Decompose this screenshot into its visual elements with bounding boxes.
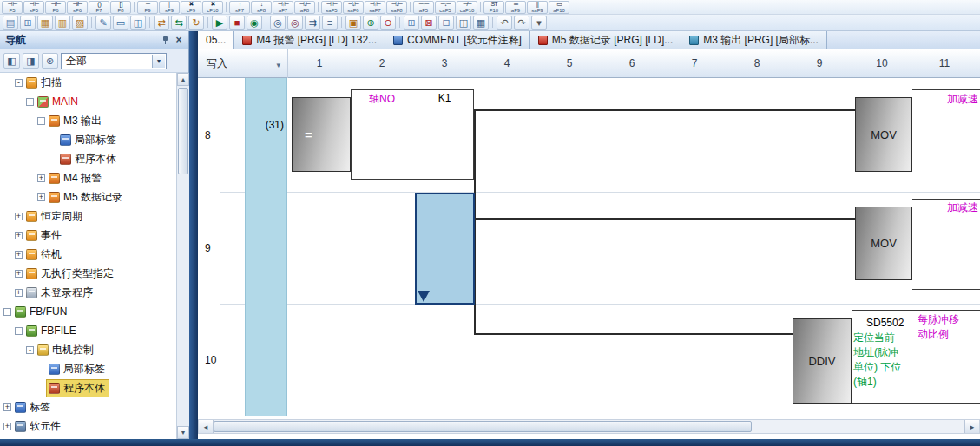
tree-expander[interactable]: +: [15, 213, 23, 220]
rising-pulse-button[interactable]: ↑sF7: [229, 1, 250, 14]
tree-item-5[interactable]: 程序本体: [0, 149, 176, 168]
tree-expander[interactable]: -: [3, 308, 11, 316]
parallel-rising-pulse-button[interactable]: ⊣↑⊢saF5: [321, 1, 342, 14]
delete-vertical-line-button[interactable]: ✖cF10: [202, 1, 223, 14]
mov-instruction-block-9[interactable]: MOV: [855, 207, 912, 280]
note-edit-icon[interactable]: ◫: [130, 16, 146, 30]
tree-expander[interactable]: +: [15, 270, 23, 278]
tree-item-1[interactable]: -扫描: [0, 73, 176, 92]
tab-2[interactable]: M4 报警 [PRG] [LD] 132...: [234, 31, 385, 49]
tree-item-11[interactable]: +无执行类型指定: [0, 264, 176, 283]
tree-item-10[interactable]: +待机: [0, 245, 176, 264]
parallel-open-contact-button[interactable]: ⊣ ⊢sF5: [23, 1, 44, 14]
tree-expander[interactable]: -: [15, 327, 23, 335]
tree-expander[interactable]: -: [15, 79, 23, 87]
tree-expander[interactable]: +: [37, 193, 45, 201]
ddiv-instruction-block[interactable]: DDIV: [793, 318, 852, 404]
cross-reference-icon[interactable]: ⇉: [305, 16, 320, 30]
tree-expander[interactable]: +: [15, 232, 23, 239]
tree-expander[interactable]: -: [37, 117, 45, 125]
pulse-conversion-button[interactable]: ─↑─aF5: [413, 1, 434, 14]
copy-icon[interactable]: ◫: [456, 16, 471, 30]
device-test-icon[interactable]: ▣: [345, 16, 361, 30]
delete-row-icon[interactable]: ⊠: [421, 16, 437, 30]
tree-item-18[interactable]: +标签: [0, 397, 176, 416]
convert-icon[interactable]: ⇄: [154, 16, 169, 30]
tree-item-3[interactable]: -M3 输出: [0, 111, 176, 130]
monitor-stop-icon[interactable]: ■: [229, 16, 245, 30]
tree-item-6[interactable]: +M4 报警: [0, 168, 176, 187]
scroll-up-icon[interactable]: [177, 73, 189, 86]
panel-splitter[interactable]: [189, 31, 198, 446]
parallel-closed-contact-button[interactable]: ⊣/⊢sF6: [67, 1, 88, 14]
tree-item-16[interactable]: 局部标签: [0, 359, 176, 378]
statement-edit-icon[interactable]: ▭: [113, 16, 128, 30]
closed-contact-button[interactable]: ⊣/⊢F6: [45, 1, 66, 14]
rising-pulse-close-button[interactable]: ⊣↑⊢saF7: [365, 1, 385, 14]
tree-item-7[interactable]: +M5 数据记录: [0, 187, 176, 207]
coil-button[interactable]: ( )F7: [89, 1, 109, 14]
tree-item-8[interactable]: +恒定周期: [0, 207, 176, 226]
tree-expander[interactable]: +: [3, 403, 11, 411]
chevron-down-icon[interactable]: [152, 55, 165, 68]
paste-icon[interactable]: ▦: [473, 16, 489, 30]
pin-icon[interactable]: [158, 34, 172, 47]
falling-pulse-close-button[interactable]: ⊣↓⊢saF8: [386, 1, 407, 14]
pulse-conversion-close-button[interactable]: ─↓─caF5: [435, 1, 456, 14]
tree-expander[interactable]: +: [15, 251, 23, 259]
tree-expander[interactable]: +: [37, 174, 45, 182]
tree-item-14[interactable]: -FBFILE: [0, 321, 176, 340]
ladder-block-list-icon[interactable]: ⊟: [438, 16, 454, 30]
selection-cursor-cell[interactable]: [415, 193, 475, 305]
toolbar-options-icon[interactable]: ▾: [531, 16, 547, 30]
monitor-write-mode-icon[interactable]: ◉: [247, 16, 262, 30]
edit-line-button[interactable]: ═aF9: [505, 1, 526, 14]
parallel-falling-pulse-button[interactable]: ⊣↓⊢saF6: [343, 1, 364, 14]
navigation-filter-select[interactable]: 全部: [61, 53, 167, 69]
scroll-left-icon[interactable]: [199, 420, 214, 433]
open-contact-button[interactable]: ⊣ ⊢F5: [2, 1, 23, 14]
forced-off-icon[interactable]: ⊖: [380, 16, 396, 30]
horizontal-line-button[interactable]: ─F9: [137, 1, 158, 14]
device-usage-list-icon[interactable]: ≡: [322, 16, 338, 30]
compare-instruction-block[interactable]: =: [292, 97, 351, 172]
monitor-start-icon[interactable]: ▶: [212, 16, 227, 30]
find-icon[interactable]: ◎: [270, 16, 286, 30]
find-replace-icon[interactable]: ◎: [287, 16, 303, 30]
rebuild-all-icon[interactable]: ↻: [188, 16, 204, 30]
horizontal-scrollbar[interactable]: [198, 419, 980, 434]
device-comment-edit-icon[interactable]: ✎: [95, 16, 111, 30]
close-icon[interactable]: [172, 34, 186, 47]
tree-item-4[interactable]: 局部标签: [0, 130, 176, 149]
display-setting-icon[interactable]: ◨: [23, 53, 39, 69]
tab-1[interactable]: 05...: [198, 31, 234, 49]
delete-horizontal-line-button[interactable]: ✖cF9: [181, 1, 201, 14]
tree-item-9[interactable]: +事件: [0, 226, 176, 245]
tab-3[interactable]: COMMENT [软元件注释]: [385, 31, 530, 49]
falling-pulse-contact-button[interactable]: ⊣↓⊢aF8: [294, 1, 315, 14]
scroll-down-icon[interactable]: [177, 426, 189, 439]
tree-item-13[interactable]: -FB/FUN: [0, 302, 176, 321]
tab-4[interactable]: M5 数据记录 [PRG] [LD]...: [530, 31, 681, 49]
inline-st-box-button[interactable]: STF10: [483, 1, 504, 14]
project-view-icon[interactable]: ▤: [3, 16, 18, 30]
tree-expander[interactable]: -: [26, 98, 34, 106]
tree-item-2[interactable]: -MAIN: [0, 92, 176, 111]
online-program-change-icon[interactable]: ⇆: [171, 16, 187, 30]
rising-pulse-contact-button[interactable]: ⊣↑⊢aF7: [273, 1, 293, 14]
module-configuration-icon[interactable]: ⊞: [20, 16, 36, 30]
tree-display-icon[interactable]: ◧: [3, 53, 20, 69]
tree-item-15[interactable]: -电机控制: [0, 340, 176, 359]
undo-icon[interactable]: ↶: [497, 16, 512, 30]
scrollbar-thumb[interactable]: [214, 421, 752, 432]
note-display-icon[interactable]: ▨: [72, 16, 88, 30]
tab-5[interactable]: M3 输出 [PRG] [局部标...: [681, 31, 827, 49]
entry-mode-select[interactable]: 写入: [198, 49, 288, 78]
forced-on-icon[interactable]: ⊕: [363, 16, 378, 30]
tree-expander[interactable]: +: [3, 423, 11, 430]
edit-vertical-line-button[interactable]: ║saF9: [527, 1, 548, 14]
tree-expander[interactable]: -: [26, 346, 34, 354]
ladder-grid[interactable]: 8 9 10 (31) = 轴NO K1 MOV 加减速 MOV: [198, 78, 980, 416]
invert-operation-result-button[interactable]: ─/─caF10: [457, 1, 477, 14]
vertical-line-button[interactable]: │sF9: [159, 1, 180, 14]
